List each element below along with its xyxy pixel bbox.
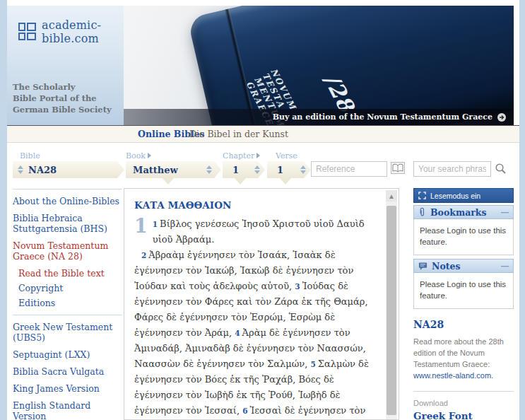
divider (13, 189, 122, 189)
greek-bible-text: ΚΑΤΑ ΜΑΘΘΑΙΟΝ 11Βίβλος γενέσεως Ἰησοῦ Χρ… (134, 197, 380, 420)
paperclip-icon (418, 207, 426, 217)
verse-select-pointer (280, 178, 291, 185)
chapter-select[interactable]: 1 (223, 161, 265, 178)
window-panes-icon (18, 23, 36, 42)
bookmarks-body: Please Login to use this feature. (413, 219, 514, 255)
buy-edition-bar[interactable]: Buy an edition of the Novum Testamentum … (124, 109, 514, 125)
divider (413, 391, 514, 392)
sidebar-item[interactable]: King James Version (13, 383, 122, 394)
content-canvas: academic-bible.com The Scholarly Bible P… (7, 0, 519, 420)
na28-book-image: NOVUM TESTA MENTUM GRAECE /28 (187, 6, 514, 125)
sidebar-item[interactable]: Greek New Testament (UBS5) (13, 322, 122, 343)
scrollbar-thumb[interactable] (387, 206, 396, 415)
collapse-icon[interactable]: — (501, 208, 509, 216)
bookmarks-panel: Bookmarks — Please Login to use this fea… (413, 205, 514, 255)
bible-label: Bible (20, 151, 40, 161)
page: academic-bible.com The Scholarly Bible P… (0, 0, 525, 420)
verse-label: Verse (276, 151, 297, 161)
chapter-number: 1 (134, 218, 148, 235)
book-label: Book (126, 151, 151, 161)
chapter-select-pointer (235, 178, 246, 185)
notes-panel: Notes — Please Login to use this feature… (413, 259, 514, 309)
verse-number[interactable]: 1 (153, 220, 158, 228)
book-select-pointer (163, 178, 174, 185)
bible-versions-sidebar: About the Online-BiblesBiblia Hebraica S… (13, 182, 122, 420)
bible-text-panel: ΚΑΤΑ ΜΑΘΘΑΙΟΝ 11Βίβλος γενέσεως Ἰησοῦ Χρ… (124, 188, 399, 420)
verse-number[interactable]: 3 (295, 282, 300, 291)
na28-description: Read more about the 28th edition of the … (413, 336, 514, 381)
notes-title: Notes (432, 261, 497, 272)
lesemodus-button[interactable]: Lesemodus ein (413, 188, 514, 203)
sidebar-item[interactable]: Biblia Sacra Vulgata (13, 366, 122, 377)
sort-arrows-icon[interactable] (300, 165, 306, 174)
buy-edition-link[interactable]: Buy an edition of the Novum Testamentum … (273, 112, 492, 122)
sidebar-item[interactable]: Septuagint (LXX) (13, 349, 122, 360)
header-banner-photo: NOVUM TESTA MENTUM GRAECE /28 Buy an edi… (124, 6, 514, 125)
chevron-right-icon (256, 153, 260, 158)
tools-sidebar: Lesemodus ein Bookmarks — Please Login t… (413, 188, 514, 420)
tab-bibel-in-der-kunst[interactable]: Die Bibel in der Kunst (189, 126, 288, 143)
na28-heading: NA28 (413, 319, 514, 330)
bookmarks-title: Bookmarks (430, 207, 497, 218)
sidebar-item[interactable]: Copyright (18, 283, 122, 293)
search-input[interactable] (413, 161, 491, 177)
site-tagline: The Scholarly Bible Portal of the German… (13, 81, 112, 115)
verse-text: Βίβλος γενέσεως Ἰησοῦ Χριστοῦ υἱοῦ Δαυὶδ… (153, 218, 365, 245)
arrow-circle-icon[interactable] (497, 112, 507, 122)
header-logo-area: academic-bible.com The Scholarly Bible P… (7, 6, 124, 125)
chevron-right-icon (148, 153, 151, 158)
sidebar-item[interactable]: Novum Testamentum Graece (NA 28) (13, 240, 122, 262)
verse-number[interactable]: 4 (235, 329, 240, 337)
site-logo[interactable]: academic-bible.com (18, 18, 124, 45)
content-scrollbar[interactable]: ▲ (386, 190, 397, 419)
sidebar-item[interactable]: English Standard Version (13, 400, 122, 420)
book-title-greek: ΚΑΤΑ ΜΑΘΘΑΙΟΝ (134, 197, 380, 213)
download-label: Download (413, 399, 514, 407)
verse-number[interactable]: 6 (242, 407, 247, 415)
lesemodus-label: Lesemodus ein (430, 192, 480, 200)
bible-select[interactable]: NA28 (13, 161, 124, 178)
site-name[interactable]: academic-bible.com (42, 18, 124, 45)
chapter-label: Chapter (223, 151, 260, 161)
speech-bubble-icon (418, 262, 427, 271)
bookmarks-header[interactable]: Bookmarks — (413, 205, 514, 219)
search-icon[interactable] (495, 163, 507, 177)
open-book-icon[interactable] (391, 162, 405, 177)
notes-body: Please Login to use this feature. (413, 273, 514, 309)
nestle-aland-link[interactable]: www.nestle-aland.com. (413, 371, 493, 380)
bible-selector-bar: Bible Book Chapter Verse NA28 Matthew 1 … (7, 143, 519, 188)
collapse-icon[interactable]: — (501, 262, 509, 270)
greek-font-heading[interactable]: Greek Font (413, 410, 514, 420)
scroll-up-arrow[interactable]: ▲ (386, 190, 397, 202)
sidebar-item[interactable]: Read the Bible text (18, 268, 122, 279)
sidebar-item[interactable]: Biblia Hebraica Stuttgartensia (BHS) (13, 213, 122, 234)
sidebar-item[interactable]: Editions (18, 298, 122, 308)
notes-header[interactable]: Notes — (413, 259, 514, 273)
expand-icon (418, 192, 426, 199)
verse-select[interactable]: 1 (267, 161, 311, 178)
sort-arrows-icon[interactable] (254, 165, 260, 174)
verse-number[interactable]: 2 (141, 251, 146, 259)
main-nav-tabs: Online Bibles Die Bibel in der Kunst (7, 125, 519, 143)
sort-arrows-icon[interactable] (206, 165, 212, 174)
divider (13, 315, 122, 315)
verse-number[interactable]: 5 (310, 360, 315, 368)
sidebar-item[interactable]: About the Online-Bibles (13, 196, 122, 206)
book-select[interactable]: Matthew (126, 161, 221, 178)
sort-arrows-icon[interactable] (18, 165, 23, 174)
reference-input[interactable] (311, 161, 387, 177)
